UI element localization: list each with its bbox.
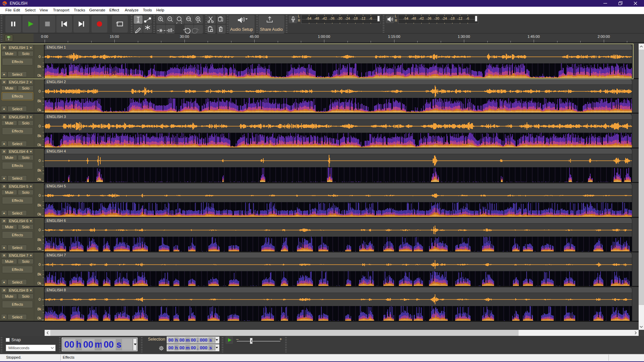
svg-text:Share Audio: Share Audio — [260, 27, 283, 32]
svg-text:Audio Setup: Audio Setup — [230, 27, 253, 32]
